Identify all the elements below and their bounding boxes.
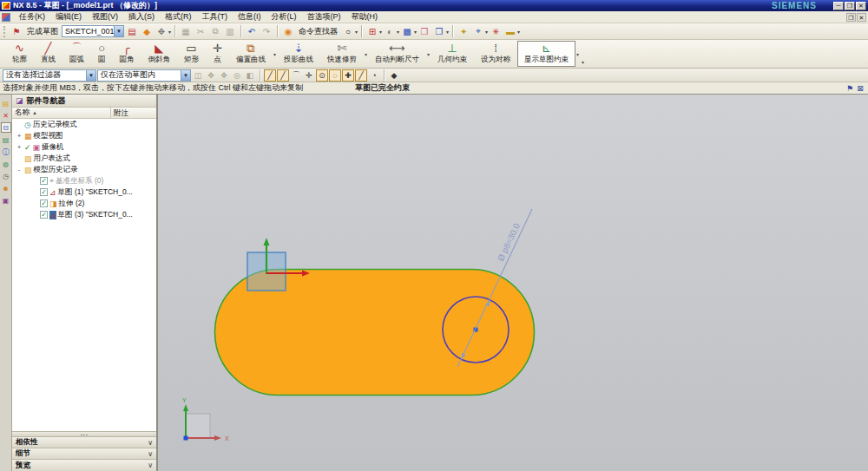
tree-row-model-views[interactable]: +▦模型视图 [12, 130, 156, 141]
constraint-navigator-icon[interactable]: ✕ [1, 110, 11, 121]
column-name[interactable]: 名称▲ [12, 108, 111, 118]
preview-panel-header[interactable]: 预览∨ [12, 460, 156, 471]
expand-icon[interactable]: + [16, 132, 23, 140]
rotate-object-icon[interactable]: ✥ [218, 69, 230, 82]
flag-icon[interactable]: ⚑ [845, 83, 855, 94]
command-finder-icon[interactable]: ◉ [281, 24, 295, 38]
inferred-dimensions-button[interactable]: ⟷自动判断尺寸 [368, 41, 426, 67]
solid-face-icon[interactable]: ◧ [244, 69, 256, 82]
arc-button[interactable]: ⌒圆弧 [62, 41, 91, 67]
paste-icon[interactable]: ▥ [223, 24, 237, 38]
menu-analysis[interactable]: 分析(L) [266, 10, 302, 23]
checkbox-checked-icon[interactable]: ✓ [40, 211, 48, 219]
measure-ruler-icon[interactable]: ▬ [503, 24, 517, 38]
snap-quadrant-icon[interactable]: ◌ [329, 69, 341, 82]
web-browser-icon[interactable]: ◍ [1, 159, 11, 169]
checkbox-checked-icon[interactable]: ✓ [40, 177, 48, 185]
fillet-button[interactable]: ╭圆角 [113, 41, 141, 67]
menu-format[interactable]: 格式(R) [160, 10, 197, 23]
combo-dropdown-icon[interactable]: ▼ [181, 70, 190, 81]
chevron-down-icon[interactable]: ▾ [273, 51, 276, 57]
tree-row-extrude-2[interactable]: ✓◨拉伸 (2) [12, 198, 156, 209]
doc-restore-button[interactable]: ❐ [846, 13, 856, 22]
shaded-view-icon[interactable]: ◐ [383, 24, 397, 38]
selection-filter-combo[interactable]: 没有选择过滤器 ▼ [3, 69, 96, 82]
chevron-down-icon[interactable]: ▾ [427, 51, 430, 57]
display-sketch-constraints-button[interactable]: ⊾显示草图约束 [517, 41, 575, 67]
highlight-icon[interactable]: ◎ [231, 69, 243, 82]
menu-edit[interactable]: 编辑(E) [50, 10, 87, 23]
snap-control-point-icon[interactable]: ⌒ [290, 69, 302, 82]
profile-button[interactable]: ∿轮廓 [5, 41, 34, 67]
toolbar-overflow-icon[interactable]: ▾ [580, 41, 586, 67]
geometric-constraints-button[interactable]: ⊥几何约束 [431, 41, 474, 67]
show-hide-key-icon[interactable]: ✦ [457, 24, 470, 38]
sketch-name-combo[interactable]: SKETCH_001 ▼ [62, 25, 124, 37]
graphics-window[interactable]: Ø p8=30.0 Y [158, 95, 868, 471]
panel-splitter[interactable]: ▪ ▪ ▪ [12, 431, 156, 437]
chevron-down-icon[interactable]: ▾ [576, 51, 579, 57]
snapshot-icon[interactable]: ◫ [192, 69, 204, 82]
dependencies-panel-header[interactable]: 相依性∨ [12, 437, 156, 448]
hd3d-tools-icon[interactable]: ⓘ [1, 147, 11, 157]
close-button[interactable]: ✕ [856, 2, 866, 10]
orient-view-to-sketch-icon[interactable]: ◆ [140, 24, 154, 38]
undo-icon[interactable]: ↶ [245, 24, 259, 38]
copy-icon[interactable]: ⧉ [208, 24, 222, 38]
selection-scope-combo[interactable]: 仅在活动草图内 ▼ [97, 69, 191, 82]
point-dialog-icon[interactable]: ◆ [388, 69, 400, 82]
make-symmetric-button[interactable]: ⁞设为对称 [474, 41, 517, 67]
minimize-button[interactable]: ─ [833, 2, 844, 10]
snap-arc-center-icon[interactable]: ⊙ [316, 69, 328, 82]
chevron-down-icon[interactable]: ▾ [397, 29, 399, 35]
part-navigator-icon[interactable]: ⊟ [1, 122, 11, 133]
window-blue-icon[interactable]: ❒ [432, 24, 446, 38]
chevron-down-icon[interactable]: ▾ [446, 29, 449, 35]
line-button[interactable]: ╱直线 [34, 41, 62, 67]
menu-task[interactable]: 任务(K) [14, 10, 50, 23]
history-icon[interactable]: ◷ [1, 171, 11, 181]
chamfer-button[interactable]: ◣倒斜角 [141, 41, 178, 67]
quick-trim-button[interactable]: ✄快速修剪 [320, 41, 364, 67]
process-studio-icon[interactable]: ☻ [1, 183, 11, 193]
sketch-options-icon[interactable]: ✥ [155, 24, 168, 38]
details-panel-header[interactable]: 细节∨ [12, 448, 156, 460]
menu-tools[interactable]: 工具(T) [197, 10, 233, 23]
chevron-down-icon[interactable]: ▾ [365, 51, 367, 57]
save-icon[interactable]: ▦ [179, 24, 193, 38]
sketch-name-icon[interactable]: ▤ [125, 24, 139, 38]
checkbox-checked-icon[interactable]: ✓ [40, 200, 48, 207]
offset-curve-button[interactable]: ⧉偏置曲线 [229, 41, 273, 67]
tree-row-sketch-3[interactable]: ✓⊿草图 (3) "SKETCH_0... [12, 209, 156, 220]
column-note[interactable]: 附注 [111, 108, 156, 118]
rectangle-button[interactable]: ▭矩形 [177, 41, 206, 67]
checkbox-checked-icon[interactable]: ✓ [40, 188, 48, 196]
tree-row-sketch-1[interactable]: ✓⊿草图 (1) "SKETCH_0... [12, 186, 156, 198]
roles-icon[interactable]: ▣ [1, 195, 11, 206]
project-curve-button[interactable]: ⇣投影曲线 [277, 41, 320, 67]
chevron-down-icon[interactable]: ▾ [485, 29, 488, 35]
point-button[interactable]: ✛点 [206, 41, 229, 67]
redo-icon[interactable]: ↷ [260, 24, 273, 38]
menu-view[interactable]: 视图(V) [87, 10, 123, 23]
cut-icon[interactable]: ✂ [194, 24, 207, 38]
menu-help[interactable]: 帮助(H) [346, 10, 384, 23]
circle-button[interactable]: ○圆 [91, 41, 113, 67]
wcs-triad[interactable]: Y X [182, 397, 229, 442]
chevron-down-icon[interactable]: ▾ [355, 29, 358, 35]
combo-dropdown-icon[interactable]: ▼ [114, 26, 123, 36]
isometric-view-icon[interactable]: ▩ [400, 24, 414, 38]
finish-sketch-button[interactable]: 完成草图 [24, 26, 61, 37]
tree-row-model-history[interactable]: -▨模型历史记录 [12, 164, 156, 175]
menu-information[interactable]: 信息(I) [233, 10, 266, 23]
collapse-icon[interactable]: - [16, 166, 23, 173]
assembly-navigator-icon[interactable]: ▤ [1, 98, 11, 108]
snap-intersection-icon[interactable]: ✛ [303, 69, 315, 82]
menu-preferences[interactable]: 首选项(P) [302, 10, 346, 23]
chevron-down-icon[interactable]: ▾ [379, 29, 382, 35]
visibility-icon[interactable]: ⌖ [471, 24, 485, 38]
chevron-down-icon[interactable]: ▾ [414, 29, 417, 35]
doc-close-button[interactable]: ✕ [857, 13, 866, 22]
maximize-button[interactable]: ❐ [845, 2, 855, 10]
chevron-down-icon[interactable]: ▾ [168, 29, 171, 35]
